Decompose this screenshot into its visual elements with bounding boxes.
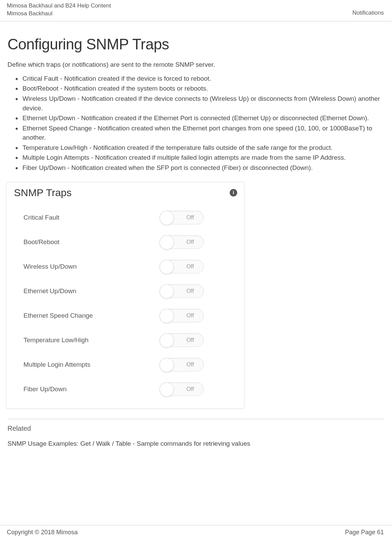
page-header: Mimosa Backhaul and B24 Help Content Mim… [0, 0, 392, 21]
content: Configuring SNMP Traps Define which trap… [0, 36, 392, 447]
panel-header: SNMP Traps i [6, 182, 244, 202]
toggle-wireless[interactable]: Off [160, 260, 204, 273]
trap-row-temperature: Temperature Low/High Off [23, 328, 234, 352]
trap-row-eth-speed: Ethernet Speed Change Off [23, 303, 234, 328]
trap-row-label: Ethernet Speed Change [23, 312, 93, 319]
toggle-knob [160, 382, 174, 397]
trap-row-label: Boot/Reboot [23, 238, 60, 246]
separator [7, 419, 385, 419]
header-right: Notifications [352, 9, 384, 18]
related-link[interactable]: SNMP Usage Examples: Get / Walk / Table [7, 440, 131, 447]
footer-copyright: Copyright © 2018 Mimosa [7, 529, 78, 536]
trap-row-label: Multiple Login Attempts [23, 361, 90, 368]
toggle-knob [160, 358, 174, 372]
info-icon[interactable]: i [230, 189, 237, 196]
toggle-off-label: Off [186, 361, 194, 368]
trap-list-item: Ethernet Up/Down - Notification created … [22, 113, 385, 123]
related-text: SNMP Usage Examples: Get / Walk / Table … [7, 440, 385, 447]
trap-row-fiber: Fiber Up/Down Off [23, 377, 234, 401]
page-footer: Copyright © 2018 Mimosa Page Page 61 [0, 525, 392, 536]
trap-row-critical-fault: Critical Fault Off [23, 205, 234, 230]
trap-row-label: Critical Fault [23, 214, 60, 221]
toggle-login-attempts[interactable]: Off [160, 358, 204, 371]
toggle-eth-speed[interactable]: Off [160, 309, 204, 322]
snmp-traps-panel: SNMP Traps i Critical Fault Off Boot/Reb… [6, 182, 244, 409]
trap-row-label: Fiber Up/Down [23, 385, 67, 393]
trap-row-login-attempts: Multiple Login Attempts Off [23, 352, 234, 377]
toggle-knob [160, 235, 174, 250]
toggle-off-label: Off [186, 312, 194, 319]
trap-row-label: Wireless Up/Down [23, 263, 77, 270]
trap-row-ethernet: Ethernet Up/Down Off [23, 279, 234, 303]
page-title: Configuring SNMP Traps [7, 36, 385, 53]
toggle-critical-fault[interactable]: Off [160, 211, 204, 224]
toggle-knob [160, 284, 174, 299]
trap-list-item: Multiple Login Attempts - Notification c… [22, 153, 385, 162]
trap-list-item: Critical Fault - Notification created if… [22, 74, 385, 83]
trap-list-item: Fiber Up/Down - Notification created whe… [22, 163, 385, 173]
toggle-fiber[interactable]: Off [160, 382, 204, 396]
header-line2: Mimosa Backhaul [7, 10, 111, 18]
trap-list: Critical Fault - Notification created if… [7, 74, 385, 172]
toggle-off-label: Off [186, 337, 194, 344]
panel-body: Critical Fault Off Boot/Reboot Off Wirel… [6, 202, 244, 401]
toggle-off-label: Off [186, 288, 194, 295]
toggle-knob [160, 260, 174, 274]
trap-list-item: Wireless Up/Down - Notification created … [22, 94, 385, 113]
related-heading: Related [7, 425, 385, 432]
footer-page: Page Page 61 [345, 529, 384, 536]
toggle-knob [160, 333, 174, 348]
trap-list-item: Ethernet Speed Change - Notification cre… [22, 124, 385, 142]
trap-row-label: Ethernet Up/Down [23, 287, 76, 295]
toggle-temperature[interactable]: Off [160, 333, 204, 347]
toggle-ethernet[interactable]: Off [160, 284, 204, 298]
toggle-knob [160, 211, 174, 225]
trap-row-wireless: Wireless Up/Down Off [23, 254, 234, 279]
toggle-off-label: Off [186, 386, 194, 393]
intro-text: Define which traps (or notifications) ar… [7, 61, 385, 68]
toggle-off-label: Off [186, 239, 194, 246]
header-left: Mimosa Backhaul and B24 Help Content Mim… [7, 2, 111, 18]
toggle-off-label: Off [186, 263, 194, 270]
panel-title: SNMP Traps [14, 187, 72, 199]
trap-list-item: Temperature Low/High - Notification crea… [22, 143, 385, 153]
header-line1: Mimosa Backhaul and B24 Help Content [7, 2, 111, 10]
toggle-boot-reboot[interactable]: Off [160, 235, 204, 249]
trap-row-boot-reboot: Boot/Reboot Off [23, 230, 234, 254]
trap-list-item: Boot/Reboot - Notification created if th… [22, 84, 385, 93]
related-suffix: - Sample commands for retrieving values [131, 440, 250, 447]
trap-row-label: Temperature Low/High [23, 336, 88, 344]
toggle-off-label: Off [186, 214, 194, 221]
toggle-knob [160, 309, 174, 323]
